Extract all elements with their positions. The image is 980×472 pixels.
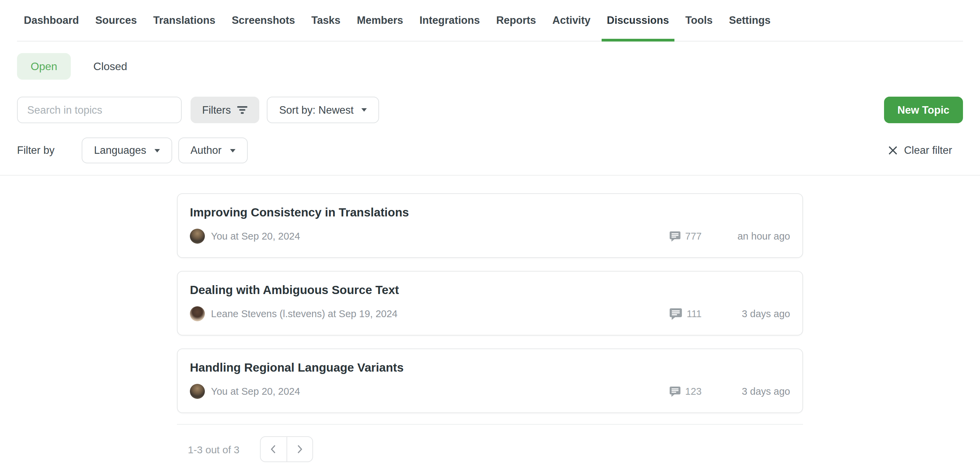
filter-bar: Filter by Languages Author Clear filter	[17, 137, 963, 163]
languages-dropdown[interactable]: Languages	[82, 137, 172, 163]
nav-item-dashboard[interactable]: Dashboard	[24, 0, 79, 41]
nav-item-members[interactable]: Members	[357, 0, 403, 41]
nav-item-integrations[interactable]: Integrations	[420, 0, 480, 41]
comment-count-group: 777	[670, 230, 702, 242]
caret-down-icon	[361, 108, 366, 111]
topic-title[interactable]: Dealing with Ambiguous Source Text	[190, 283, 790, 297]
clear-filter-label: Clear filter	[904, 144, 952, 157]
sort-button-label: Sort by: Newest	[279, 104, 353, 116]
filters-button[interactable]: Filters	[191, 97, 259, 123]
caret-down-icon	[230, 149, 235, 152]
topic-age: an hour ago	[702, 231, 790, 242]
topic-card[interactable]: Handling Regional Language Variants You …	[177, 348, 803, 413]
nav-item-settings[interactable]: Settings	[729, 0, 770, 41]
languages-dropdown-label: Languages	[94, 144, 146, 157]
discussions-page: Dashboard Sources Translations Screensho…	[0, 0, 980, 472]
clear-filter-button[interactable]: Clear filter	[888, 144, 952, 157]
nav-item-reports[interactable]: Reports	[496, 0, 536, 41]
nav-item-tools[interactable]: Tools	[685, 0, 713, 41]
next-page-button[interactable]	[286, 437, 312, 461]
nav-item-translations[interactable]: Translations	[153, 0, 215, 41]
topic-age: 3 days ago	[702, 386, 790, 397]
topic-age: 3 days ago	[702, 308, 790, 319]
topic-card[interactable]: Improving Consistency in Translations Yo…	[177, 193, 803, 258]
sort-button[interactable]: Sort by: Newest	[267, 97, 379, 123]
nav-item-screenshots[interactable]: Screenshots	[232, 0, 295, 41]
comment-count-group: 123	[670, 386, 702, 397]
comment-bubble-icon	[670, 386, 681, 397]
pagination-summary: 1-3 out of 3	[188, 443, 240, 455]
nav-item-discussions[interactable]: Discussions	[607, 0, 669, 41]
filter-lines-icon	[237, 105, 248, 114]
comment-count: 123	[685, 386, 702, 397]
chevron-right-icon	[297, 445, 303, 454]
topic-meta: You at Sep 20, 2024 777 an hour ago	[190, 229, 790, 244]
toolbar: Filters Sort by: Newest New Topic	[17, 97, 963, 123]
pagination: 1-3 out of 3	[177, 436, 803, 462]
topic-byline: You at Sep 20, 2024	[211, 386, 670, 397]
comment-bubble-icon	[670, 230, 681, 242]
topic-card[interactable]: Dealing with Ambiguous Source Text Leane…	[177, 271, 803, 335]
tab-open[interactable]: Open	[17, 53, 71, 79]
topic-meta: You at Sep 20, 2024 123 3 days ago	[190, 384, 790, 399]
nav-item-activity[interactable]: Activity	[552, 0, 590, 41]
tab-closed[interactable]: Closed	[80, 53, 141, 79]
topic-list: Improving Consistency in Translations Yo…	[177, 176, 803, 413]
top-nav-bar: Dashboard Sources Translations Screensho…	[17, 0, 963, 41]
top-nav: Dashboard Sources Translations Screensho…	[17, 0, 963, 41]
list-divider	[177, 424, 803, 425]
author-dropdown[interactable]: Author	[178, 137, 247, 163]
topic-byline: You at Sep 20, 2024	[211, 231, 670, 242]
nav-item-sources[interactable]: Sources	[95, 0, 137, 41]
comment-count: 777	[685, 231, 702, 242]
comment-bubble-icon	[670, 308, 682, 319]
avatar	[190, 229, 205, 244]
filters-button-label: Filters	[202, 104, 231, 116]
comment-count: 111	[687, 308, 702, 319]
topic-meta: Leane Stevens (l.stevens) at Sep 19, 202…	[190, 306, 790, 321]
prev-page-button[interactable]	[261, 437, 286, 461]
chevron-left-icon	[270, 445, 277, 454]
topic-byline: Leane Stevens (l.stevens) at Sep 19, 202…	[211, 308, 670, 319]
status-tabs: Open Closed	[17, 53, 963, 79]
pager-buttons	[260, 436, 313, 462]
filter-by-label: Filter by	[17, 144, 54, 157]
avatar	[190, 384, 205, 399]
new-topic-button[interactable]: New Topic	[884, 97, 963, 123]
comment-count-group: 111	[670, 308, 702, 319]
author-dropdown-label: Author	[191, 144, 221, 157]
topic-title[interactable]: Improving Consistency in Translations	[190, 205, 790, 220]
search-input[interactable]	[17, 97, 182, 123]
caret-down-icon	[154, 149, 160, 152]
nav-item-tasks[interactable]: Tasks	[311, 0, 340, 41]
topic-title[interactable]: Handling Regional Language Variants	[190, 361, 790, 375]
close-icon	[888, 146, 898, 155]
avatar	[190, 306, 205, 321]
